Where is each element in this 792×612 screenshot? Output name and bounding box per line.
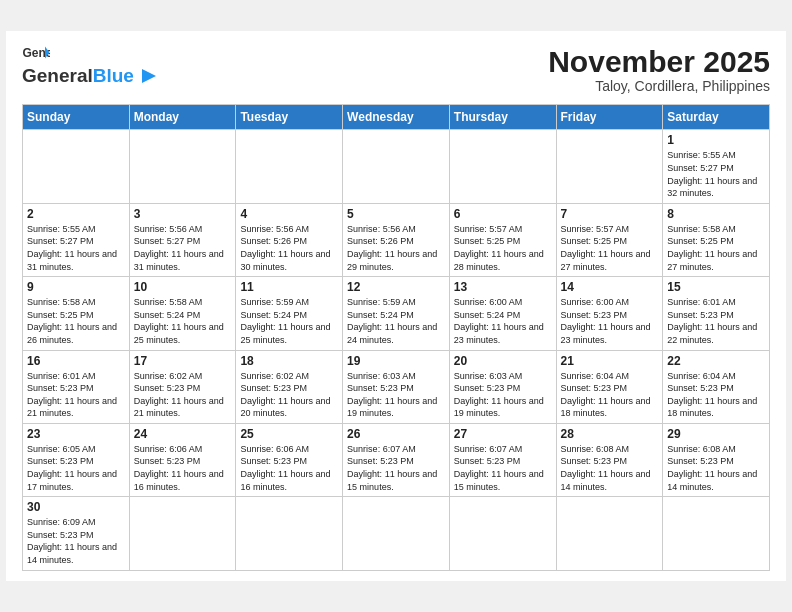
table-row: 23Sunrise: 6:05 AM Sunset: 5:23 PM Dayli…: [23, 423, 130, 496]
day-number: 24: [134, 427, 232, 441]
table-row: 20Sunrise: 6:03 AM Sunset: 5:23 PM Dayli…: [449, 350, 556, 423]
table-row: [556, 130, 663, 203]
table-row: 13Sunrise: 6:00 AM Sunset: 5:24 PM Dayli…: [449, 277, 556, 350]
table-row: [129, 130, 236, 203]
day-info: Sunrise: 5:58 AM Sunset: 5:25 PM Dayligh…: [27, 296, 125, 346]
table-row: 19Sunrise: 6:03 AM Sunset: 5:23 PM Dayli…: [343, 350, 450, 423]
day-info: Sunrise: 6:06 AM Sunset: 5:23 PM Dayligh…: [240, 443, 338, 493]
logo-triangle-icon: [136, 65, 158, 87]
day-number: 9: [27, 280, 125, 294]
table-row: 5Sunrise: 5:56 AM Sunset: 5:26 PM Daylig…: [343, 203, 450, 276]
day-info: Sunrise: 5:58 AM Sunset: 5:24 PM Dayligh…: [134, 296, 232, 346]
table-row: [449, 130, 556, 203]
table-row: 17Sunrise: 6:02 AM Sunset: 5:23 PM Dayli…: [129, 350, 236, 423]
day-number: 1: [667, 133, 765, 147]
table-row: 29Sunrise: 6:08 AM Sunset: 5:23 PM Dayli…: [663, 423, 770, 496]
day-number: 2: [27, 207, 125, 221]
calendar-week-row: 1Sunrise: 5:55 AM Sunset: 5:27 PM Daylig…: [23, 130, 770, 203]
col-tuesday: Tuesday: [236, 105, 343, 130]
day-info: Sunrise: 6:04 AM Sunset: 5:23 PM Dayligh…: [667, 370, 765, 420]
day-number: 6: [454, 207, 552, 221]
logo-general: General: [22, 65, 93, 87]
table-row: 2Sunrise: 5:55 AM Sunset: 5:27 PM Daylig…: [23, 203, 130, 276]
table-row: 8Sunrise: 5:58 AM Sunset: 5:25 PM Daylig…: [663, 203, 770, 276]
day-info: Sunrise: 6:03 AM Sunset: 5:23 PM Dayligh…: [347, 370, 445, 420]
calendar-week-row: 2Sunrise: 5:55 AM Sunset: 5:27 PM Daylig…: [23, 203, 770, 276]
table-row: [236, 497, 343, 570]
table-row: 9Sunrise: 5:58 AM Sunset: 5:25 PM Daylig…: [23, 277, 130, 350]
calendar-page: General GeneralBlue November 2025 Taloy,…: [6, 31, 786, 580]
table-row: 18Sunrise: 6:02 AM Sunset: 5:23 PM Dayli…: [236, 350, 343, 423]
table-row: 25Sunrise: 6:06 AM Sunset: 5:23 PM Dayli…: [236, 423, 343, 496]
col-wednesday: Wednesday: [343, 105, 450, 130]
day-number: 17: [134, 354, 232, 368]
day-number: 5: [347, 207, 445, 221]
day-number: 30: [27, 500, 125, 514]
col-sunday: Sunday: [23, 105, 130, 130]
table-row: [663, 497, 770, 570]
table-row: 11Sunrise: 5:59 AM Sunset: 5:24 PM Dayli…: [236, 277, 343, 350]
day-number: 11: [240, 280, 338, 294]
location: Taloy, Cordillera, Philippines: [548, 78, 770, 94]
day-info: Sunrise: 6:01 AM Sunset: 5:23 PM Dayligh…: [27, 370, 125, 420]
day-number: 26: [347, 427, 445, 441]
logo-blue: Blue: [93, 65, 134, 87]
day-number: 22: [667, 354, 765, 368]
day-info: Sunrise: 5:59 AM Sunset: 5:24 PM Dayligh…: [240, 296, 338, 346]
day-info: Sunrise: 6:00 AM Sunset: 5:24 PM Dayligh…: [454, 296, 552, 346]
day-number: 10: [134, 280, 232, 294]
col-monday: Monday: [129, 105, 236, 130]
calendar-header-row: Sunday Monday Tuesday Wednesday Thursday…: [23, 105, 770, 130]
table-row: 16Sunrise: 6:01 AM Sunset: 5:23 PM Dayli…: [23, 350, 130, 423]
table-row: [556, 497, 663, 570]
title-block: November 2025 Taloy, Cordillera, Philipp…: [548, 45, 770, 94]
day-number: 19: [347, 354, 445, 368]
month-title: November 2025: [548, 45, 770, 78]
table-row: 7Sunrise: 5:57 AM Sunset: 5:25 PM Daylig…: [556, 203, 663, 276]
table-row: [129, 497, 236, 570]
col-saturday: Saturday: [663, 105, 770, 130]
day-number: 12: [347, 280, 445, 294]
table-row: [343, 497, 450, 570]
day-number: 18: [240, 354, 338, 368]
calendar-week-row: 9Sunrise: 5:58 AM Sunset: 5:25 PM Daylig…: [23, 277, 770, 350]
day-info: Sunrise: 6:03 AM Sunset: 5:23 PM Dayligh…: [454, 370, 552, 420]
day-number: 27: [454, 427, 552, 441]
table-row: 4Sunrise: 5:56 AM Sunset: 5:26 PM Daylig…: [236, 203, 343, 276]
calendar-week-row: 16Sunrise: 6:01 AM Sunset: 5:23 PM Dayli…: [23, 350, 770, 423]
day-info: Sunrise: 6:07 AM Sunset: 5:23 PM Dayligh…: [347, 443, 445, 493]
day-number: 4: [240, 207, 338, 221]
table-row: 27Sunrise: 6:07 AM Sunset: 5:23 PM Dayli…: [449, 423, 556, 496]
calendar-week-row: 23Sunrise: 6:05 AM Sunset: 5:23 PM Dayli…: [23, 423, 770, 496]
day-number: 14: [561, 280, 659, 294]
day-info: Sunrise: 6:01 AM Sunset: 5:23 PM Dayligh…: [667, 296, 765, 346]
day-info: Sunrise: 5:55 AM Sunset: 5:27 PM Dayligh…: [667, 149, 765, 199]
day-number: 7: [561, 207, 659, 221]
day-info: Sunrise: 6:08 AM Sunset: 5:23 PM Dayligh…: [667, 443, 765, 493]
day-number: 8: [667, 207, 765, 221]
day-number: 16: [27, 354, 125, 368]
day-info: Sunrise: 6:09 AM Sunset: 5:23 PM Dayligh…: [27, 516, 125, 566]
day-number: 13: [454, 280, 552, 294]
day-info: Sunrise: 6:02 AM Sunset: 5:23 PM Dayligh…: [134, 370, 232, 420]
day-number: 28: [561, 427, 659, 441]
table-row: 24Sunrise: 6:06 AM Sunset: 5:23 PM Dayli…: [129, 423, 236, 496]
col-thursday: Thursday: [449, 105, 556, 130]
day-info: Sunrise: 5:58 AM Sunset: 5:25 PM Dayligh…: [667, 223, 765, 273]
day-info: Sunrise: 6:02 AM Sunset: 5:23 PM Dayligh…: [240, 370, 338, 420]
header: General GeneralBlue November 2025 Taloy,…: [22, 45, 770, 94]
table-row: 30Sunrise: 6:09 AM Sunset: 5:23 PM Dayli…: [23, 497, 130, 570]
day-info: Sunrise: 6:04 AM Sunset: 5:23 PM Dayligh…: [561, 370, 659, 420]
day-info: Sunrise: 5:56 AM Sunset: 5:26 PM Dayligh…: [347, 223, 445, 273]
day-number: 3: [134, 207, 232, 221]
col-friday: Friday: [556, 105, 663, 130]
day-info: Sunrise: 6:08 AM Sunset: 5:23 PM Dayligh…: [561, 443, 659, 493]
table-row: 21Sunrise: 6:04 AM Sunset: 5:23 PM Dayli…: [556, 350, 663, 423]
table-row: [23, 130, 130, 203]
day-number: 15: [667, 280, 765, 294]
table-row: 1Sunrise: 5:55 AM Sunset: 5:27 PM Daylig…: [663, 130, 770, 203]
table-row: 28Sunrise: 6:08 AM Sunset: 5:23 PM Dayli…: [556, 423, 663, 496]
table-row: 22Sunrise: 6:04 AM Sunset: 5:23 PM Dayli…: [663, 350, 770, 423]
table-row: 14Sunrise: 6:00 AM Sunset: 5:23 PM Dayli…: [556, 277, 663, 350]
day-info: Sunrise: 5:56 AM Sunset: 5:26 PM Dayligh…: [240, 223, 338, 273]
